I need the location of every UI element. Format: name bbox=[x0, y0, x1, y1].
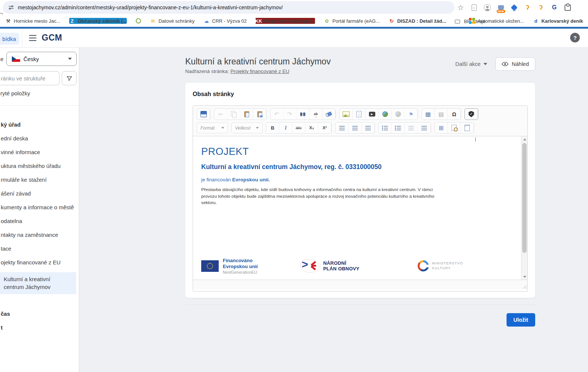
format-dropdown[interactable]: Formát bbox=[197, 123, 228, 133]
more-actions-button[interactable]: Další akce bbox=[455, 61, 487, 67]
remove-format-icon[interactable] bbox=[322, 109, 335, 120]
paste-icon[interactable] bbox=[240, 109, 253, 120]
sidebar-item-dotace[interactable]: tace bbox=[1, 245, 79, 253]
sidebar-item-kontakty[interactable]: ntakty na zaměstnance bbox=[1, 231, 79, 239]
bookmark-green[interactable] bbox=[136, 18, 141, 23]
appbar-separator bbox=[22, 29, 22, 47]
ordered-list-icon[interactable] bbox=[379, 123, 392, 133]
unordered-list-icon[interactable] bbox=[392, 123, 405, 133]
bookmark-portal-farmare[interactable]: ✿ Portál farmáře (eAG... bbox=[324, 18, 380, 24]
sidebar-item-dokumenty[interactable]: kumenty a informace o městě bbox=[1, 203, 79, 212]
bookmark-datove-schranky[interactable]: ✉ Datové schránky bbox=[150, 18, 195, 24]
bookmark-obcansky-zakonik[interactable]: Z Občanský zákoník (... bbox=[69, 18, 127, 24]
profile-icon[interactable] bbox=[483, 4, 491, 12]
bold-icon[interactable]: B bbox=[266, 123, 279, 133]
sidebar-divider bbox=[0, 105, 79, 106]
sidebar-nav: ký úřadední deskavinné informaceuktura m… bbox=[0, 121, 79, 337]
save-icon[interactable] bbox=[197, 109, 210, 120]
extensions-puzzle-icon[interactable] bbox=[564, 4, 572, 12]
size-dropdown[interactable]: Velikost bbox=[231, 123, 263, 133]
page-title: Kulturní a kreativní centrum Jáchymov bbox=[185, 57, 331, 67]
outdent-icon[interactable] bbox=[405, 123, 418, 133]
language-select[interactable]: Česky bbox=[6, 52, 77, 66]
paste-from-word-icon[interactable]: W bbox=[253, 109, 266, 120]
sidebar-item-struktura-uradu[interactable]: uktura městského úřadu bbox=[1, 162, 79, 170]
extension-orange-icon-2[interactable]: ʔ bbox=[537, 4, 545, 12]
unlink-icon[interactable] bbox=[392, 109, 405, 120]
accessibility-checker-icon[interactable]: ✓ bbox=[465, 109, 478, 120]
editor-content-area[interactable]: PROJEKT Kulturní a kreativní centrum Jác… bbox=[193, 136, 527, 280]
templates-icon[interactable] bbox=[461, 123, 474, 133]
anchor-flag-icon[interactable]: ⚑ bbox=[405, 109, 418, 120]
preview-button[interactable]: Náhled bbox=[495, 57, 535, 71]
editor-scrollbar[interactable] bbox=[521, 136, 527, 280]
undo-icon[interactable]: ↶ bbox=[270, 109, 283, 120]
sidebar-item-volny-cas[interactable]: čas bbox=[1, 310, 79, 318]
help-button[interactable]: ? bbox=[570, 33, 580, 42]
filter-button[interactable] bbox=[62, 71, 77, 85]
sidebar-item-formulare[interactable]: rmuláře ke stažení bbox=[1, 176, 79, 184]
image-icon[interactable] bbox=[340, 109, 353, 120]
italic-icon[interactable]: I bbox=[279, 123, 292, 133]
content-subheading: Kulturní a kreativní centrum Jáchymov, r… bbox=[201, 163, 513, 171]
redo-icon[interactable]: ↷ bbox=[283, 109, 296, 120]
bookmark-favicon bbox=[469, 18, 475, 24]
extension-new-badge-icon[interactable]: NEW bbox=[497, 4, 505, 12]
strikethrough-icon[interactable]: abc bbox=[292, 123, 305, 133]
bookmark-bp-zdroje[interactable]: BP Zdroje bbox=[455, 20, 460, 23]
sidebar-item-hlaseni-zavad[interactable]: ášení závad bbox=[1, 190, 79, 198]
align-center-icon[interactable] bbox=[348, 123, 362, 133]
iframe-icon[interactable]: ⊞ bbox=[435, 123, 448, 133]
text-cursor bbox=[475, 137, 476, 142]
extension-cap-icon[interactable] bbox=[510, 4, 518, 12]
link-icon[interactable] bbox=[379, 109, 392, 120]
find-icon[interactable] bbox=[296, 109, 309, 120]
sidebar-item-projekty-eu[interactable]: ojekty financované z EU bbox=[1, 258, 79, 267]
rich-text-editor: ✂W ↶↷ab ▶⚑ ▦▤Ω ✓ bbox=[193, 105, 528, 292]
preview-icon[interactable] bbox=[448, 123, 461, 133]
page-break-icon[interactable]: ▤ bbox=[435, 109, 448, 120]
google-g-icon[interactable]: G bbox=[550, 4, 558, 12]
scroll-up-arrow[interactable] bbox=[521, 136, 527, 142]
reading-list-icon[interactable] bbox=[470, 4, 478, 12]
menu-tab[interactable]: bídka bbox=[0, 33, 19, 45]
youtube-icon[interactable]: ▶ bbox=[366, 109, 379, 120]
eye-icon bbox=[502, 61, 508, 67]
structure-search-input[interactable] bbox=[0, 71, 60, 85]
replace-icon[interactable]: ab bbox=[309, 109, 322, 120]
hidden-items-label: ryté položky bbox=[0, 90, 30, 96]
resize-grip[interactable] bbox=[523, 284, 527, 289]
bookmark-karlovarsky-denik[interactable]: d Karlovarský deník bbox=[533, 18, 583, 24]
sidebar-item-povinne-informace[interactable]: vinné informace bbox=[1, 148, 79, 156]
bookmark-hornicke-mesto[interactable]: ⚒ Hornicke mesto Jac... bbox=[5, 18, 60, 24]
table-icon[interactable]: ▦ bbox=[422, 109, 435, 120]
bookmark-star-icon[interactable]: ☆ bbox=[457, 4, 465, 12]
align-left-icon[interactable] bbox=[335, 123, 348, 133]
scrollbar-thumb[interactable] bbox=[522, 143, 527, 253]
indent-icon[interactable] bbox=[418, 123, 431, 133]
extension-orange-icon[interactable]: ʔ bbox=[524, 4, 531, 12]
align-right-icon[interactable] bbox=[362, 123, 375, 133]
copy-icon[interactable] bbox=[227, 109, 240, 120]
url-bar[interactable]: mestojachymov.cz/admin/content/mestsky-u… bbox=[3, 1, 454, 14]
superscript-icon[interactable]: X² bbox=[318, 123, 331, 133]
media-document-icon[interactable] bbox=[353, 109, 366, 120]
subscript-icon[interactable]: X₂ bbox=[305, 123, 318, 133]
hamburger-menu-icon[interactable] bbox=[29, 35, 36, 41]
parent-page-link[interactable]: Projekty financované z EU bbox=[231, 69, 289, 74]
sidebar-item-fragment[interactable]: t bbox=[1, 324, 79, 332]
sidebar-item-podatelna[interactable]: odatelna bbox=[1, 217, 79, 225]
bookmark-crr-vyzva[interactable]: ☁ CRR - Výzva 02 bbox=[203, 18, 247, 24]
cut-icon[interactable]: ✂ bbox=[214, 109, 227, 120]
bookmark-regionalni-akcni-plan[interactable]: KK Regionální akční plá... bbox=[256, 18, 315, 24]
sidebar-item-kkc-jachymov[interactable]: Kulturní a kreativní centrum Jáchymov bbox=[0, 272, 76, 294]
sidebar-item-uredni-deska[interactable]: ední deska bbox=[1, 134, 79, 143]
special-char-icon[interactable]: Ω bbox=[448, 109, 461, 120]
save-button[interactable]: Uložit bbox=[507, 313, 535, 327]
sidebar-item-mestsky-urad[interactable]: ký úřad bbox=[1, 121, 79, 129]
site-info-icon[interactable] bbox=[8, 4, 14, 10]
bookmark-automaticke-ulozeni[interactable]: Automatické uložen... bbox=[469, 18, 524, 24]
bookmark-diszad[interactable]: ↻ DISZAD : Detail žád... bbox=[389, 18, 446, 24]
browser-chrome: mestojachymov.cz/admin/content/mestsky-u… bbox=[0, 0, 588, 27]
scroll-down-arrow[interactable] bbox=[521, 274, 527, 280]
